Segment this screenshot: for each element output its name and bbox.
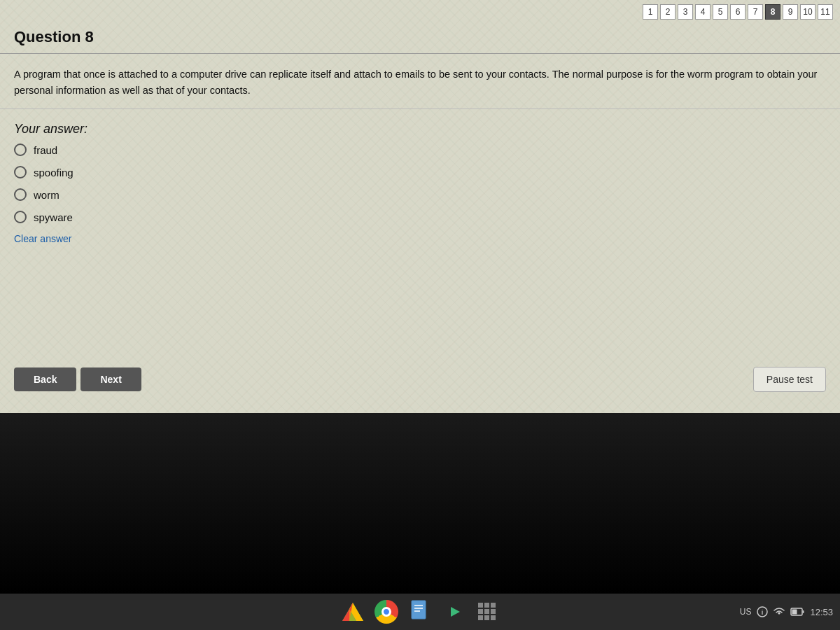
clear-answer-link[interactable]: Clear answer xyxy=(0,223,85,244)
option-label-spoofing: spoofing xyxy=(34,167,74,178)
radio-spoofing[interactable] xyxy=(14,166,27,178)
info-icon: i xyxy=(757,606,768,617)
radio-fraud[interactable] xyxy=(14,144,27,156)
chrome-svg xyxy=(374,600,398,624)
option-spoofing[interactable]: spoofing xyxy=(14,166,826,178)
question-nav-9[interactable]: 9 xyxy=(783,4,798,20)
svg-rect-15 xyxy=(478,609,483,614)
svg-rect-5 xyxy=(412,601,426,619)
question-nav-3[interactable]: 3 xyxy=(678,4,693,20)
question-nav-11[interactable]: 11 xyxy=(818,4,833,20)
files-icon[interactable] xyxy=(407,599,433,624)
option-label-worm: worm xyxy=(34,189,59,201)
svg-rect-13 xyxy=(484,603,489,608)
battery-icon xyxy=(790,607,804,617)
system-tray: US i 12:53 xyxy=(740,606,833,617)
media-player-icon[interactable] xyxy=(441,599,466,624)
back-button[interactable]: Back xyxy=(14,368,76,391)
radio-worm[interactable] xyxy=(14,188,27,201)
option-worm[interactable]: worm xyxy=(14,188,826,201)
svg-rect-25 xyxy=(792,610,797,615)
question-nav-7[interactable]: 7 xyxy=(748,4,763,20)
svg-rect-17 xyxy=(491,609,496,614)
svg-rect-18 xyxy=(478,615,483,620)
your-answer-label: Your answer: xyxy=(0,109,840,144)
question-nav-6[interactable]: 6 xyxy=(730,4,746,20)
option-spyware[interactable]: spyware xyxy=(14,211,826,223)
options-list: fraudspoofingwormspyware xyxy=(0,144,840,223)
option-fraud[interactable]: fraud xyxy=(14,144,826,156)
app-grid-icon[interactable] xyxy=(475,599,500,624)
play-svg xyxy=(442,600,465,624)
chrome-icon[interactable] xyxy=(374,599,399,624)
google-drive-icon[interactable] xyxy=(340,599,365,624)
question-nav-2[interactable]: 2 xyxy=(660,4,676,20)
svg-rect-16 xyxy=(484,609,489,614)
next-button[interactable]: Next xyxy=(80,368,141,391)
nav-buttons: Back Next xyxy=(14,368,141,391)
svg-text:i: i xyxy=(762,609,764,616)
option-label-spyware: spyware xyxy=(34,211,73,223)
radio-spyware[interactable] xyxy=(14,211,27,223)
svg-rect-12 xyxy=(478,603,483,608)
question-nav: 1234567891011 xyxy=(643,4,833,20)
option-label-fraud: fraud xyxy=(34,144,57,156)
quiz-area: 1234567891011 Question 8 A program that … xyxy=(0,0,840,413)
bottom-bar: Back Next Pause test xyxy=(0,367,840,392)
svg-marker-11 xyxy=(451,607,460,617)
tray-locale: US xyxy=(740,607,752,617)
question-nav-1[interactable]: 1 xyxy=(643,4,658,20)
question-body: A program that once is attached to a com… xyxy=(0,54,840,109)
drive-svg xyxy=(341,601,365,622)
taskbar-icons xyxy=(340,599,500,624)
pause-test-button[interactable]: Pause test xyxy=(753,367,826,392)
chrome-inner-circle xyxy=(382,607,391,617)
question-nav-4[interactable]: 4 xyxy=(695,4,710,20)
grid-svg xyxy=(477,601,498,622)
svg-rect-20 xyxy=(491,615,496,620)
taskbar: US i 12:53 xyxy=(0,594,840,630)
question-nav-5[interactable]: 5 xyxy=(713,4,728,20)
question-nav-10[interactable]: 10 xyxy=(800,4,816,20)
svg-rect-19 xyxy=(484,615,489,620)
question-nav-8[interactable]: 8 xyxy=(765,4,780,20)
svg-rect-24 xyxy=(803,610,804,613)
dark-region xyxy=(0,413,840,594)
svg-rect-14 xyxy=(491,603,496,608)
wifi-icon xyxy=(774,607,785,617)
clock: 12:53 xyxy=(810,607,833,617)
files-svg xyxy=(410,600,430,624)
